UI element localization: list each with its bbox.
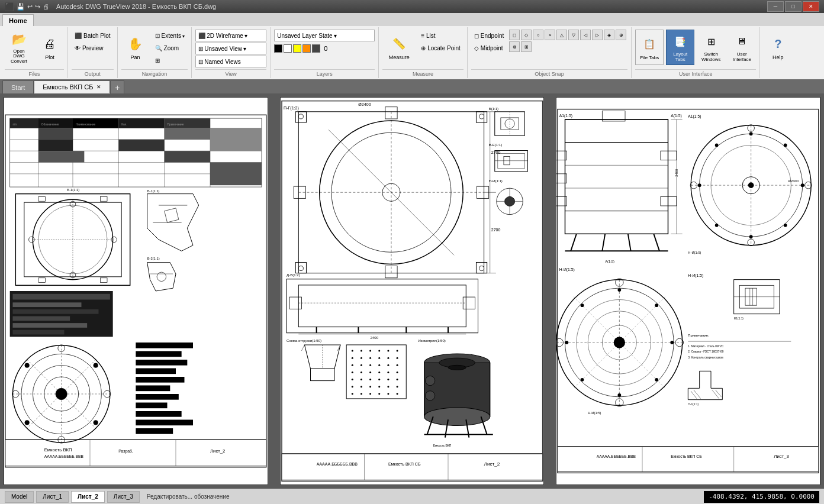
nav-extra-button[interactable]: ⊞ (152, 54, 188, 66)
snap-icon-1[interactable]: ◻ (509, 30, 520, 40)
snap-icon-6[interactable]: ▽ (568, 30, 579, 40)
doc-tab-close-icon[interactable]: ✕ (96, 84, 101, 90)
svg-rect-64 (13, 302, 82, 307)
svg-point-269 (784, 224, 787, 227)
snap-icon-4[interactable]: × (545, 30, 555, 40)
user-interface-button[interactable]: 🖥 UserInterface (728, 30, 756, 65)
svg-point-271 (715, 224, 719, 227)
close-button[interactable]: ✕ (803, 1, 819, 12)
svg-point-171 (396, 350, 398, 352)
plot-button[interactable]: 🖨 Plot (36, 30, 64, 65)
svg-rect-31 (38, 140, 73, 151)
midpoint-icon: ◇ (474, 45, 479, 51)
snap-icon-11[interactable]: ⊗ (509, 41, 520, 52)
doc-tab-start[interactable]: Start (2, 80, 34, 93)
status-tab-list3[interactable]: Лист_3 (107, 491, 140, 503)
snap-icon-7[interactable]: ◁ (580, 30, 591, 40)
measure-small-col: ≡ List ⊕ Locate Point (418, 30, 464, 54)
window-controls: ─ □ ✕ (767, 1, 819, 12)
svg-point-204 (369, 393, 371, 395)
svg-point-206 (387, 393, 389, 395)
snap-icon-9[interactable]: ◈ (604, 30, 614, 40)
quick-access-redo[interactable]: ↪ (35, 3, 40, 11)
layer-state-label: Unsaved Layer State (277, 33, 332, 39)
doc-tab-main[interactable]: Емкость ВКП СБ ✕ (34, 80, 110, 93)
midpoint-button[interactable]: ◇ Midpoint (471, 42, 507, 54)
measure-button[interactable]: 📏 Measure (382, 30, 416, 65)
snap-icon-12[interactable]: ⊞ (521, 41, 532, 52)
drawing-sheet-1: Емкость ВКП ААААА.ББББББ.ВВВ Разраб. Лис… (0, 93, 272, 489)
layout-tabs-button[interactable]: 📑 LayoutTabs (666, 30, 694, 65)
layer-state-dropdown[interactable]: Unsaved Layer State ▾ (274, 30, 375, 41)
svg-text:Б-1(1:1): Б-1(1:1) (67, 188, 79, 192)
svg-rect-63 (13, 294, 110, 300)
list-button[interactable]: ≡ List (418, 30, 464, 41)
color-swatch-white[interactable] (284, 44, 292, 53)
svg-point-82 (94, 363, 98, 368)
svg-text:Лист_2: Лист_2 (210, 448, 225, 454)
color-swatch-black[interactable] (274, 44, 282, 53)
maximize-button[interactable]: □ (785, 1, 802, 12)
snap-icon-2[interactable]: ◇ (521, 30, 532, 40)
view-type-label: 2D Wireframe (207, 33, 243, 39)
svg-text:Емкость ВКП СБ: Емкость ВКП СБ (671, 454, 703, 458)
svg-rect-86 (136, 343, 193, 348)
snap-icon-3[interactable]: ○ (533, 30, 543, 40)
nav-small-col: ⊡ Extents 🔍 Zoom ⊞ (152, 30, 188, 66)
named-views-dropdown[interactable]: ⊟ Named Views (195, 56, 266, 67)
svg-point-294 (655, 303, 659, 307)
endpoint-icon: ◻ (474, 33, 479, 39)
status-tab-list1[interactable]: Лист_1 (36, 491, 69, 503)
snap-icon-8[interactable]: ▷ (592, 30, 603, 40)
svg-text:Примечание: Примечание (168, 123, 184, 126)
color-swatch-dark[interactable] (312, 44, 320, 53)
zoom-realtime-button[interactable]: 🔍 Zoom (152, 42, 188, 54)
svg-text:2400: 2400 (370, 336, 378, 340)
svg-point-83 (25, 363, 30, 368)
svg-point-215 (425, 376, 434, 386)
color-swatch-yellow[interactable] (293, 44, 301, 53)
sheet-paper-3: ААААА.ББББББ.ВВВ Емкость ВКП СБ Лист_3 А… (556, 97, 820, 485)
quick-access-undo[interactable]: ↩ (27, 3, 33, 11)
help-button[interactable]: ? Help (764, 30, 792, 65)
pan-button[interactable]: ✋ Pan (121, 30, 150, 65)
svg-point-197 (360, 386, 362, 387)
svg-text:Б-1(1:1): Б-1(1:1) (147, 189, 160, 193)
color-swatch-orange[interactable] (302, 44, 311, 53)
extents-icon: ⊡ (155, 33, 160, 39)
status-tab-list2[interactable]: Лист_2 (71, 491, 105, 503)
tab-home[interactable]: Home (2, 14, 34, 26)
svg-point-200 (387, 386, 389, 387)
open-dwg-icon: 📂 (9, 30, 28, 48)
unsaved-view-dropdown[interactable]: ⊞ Unsaved View ▾ (195, 43, 266, 54)
switch-windows-button[interactable]: ⊞ SwitchWindows (697, 30, 725, 65)
quick-access-save[interactable]: 💾 (17, 3, 25, 11)
ui-group-content: 📋 File Tabs 📑 LayoutTabs ⊞ SwitchWindows… (635, 28, 756, 69)
file-tabs-button[interactable]: 📋 File Tabs (635, 30, 664, 65)
unsaved-view-label: Unsaved View (204, 46, 242, 52)
svg-text:ААААА.ББББББ.ВВВ: ААААА.ББББББ.ВВВ (316, 462, 358, 466)
open-dwg-button[interactable]: 📂 OpenDWGConvert (5, 30, 33, 65)
minimize-button[interactable]: ─ (767, 1, 784, 12)
svg-point-179 (360, 364, 362, 366)
svg-rect-68 (13, 330, 65, 335)
snap-icon-10[interactable]: ⊕ (616, 30, 626, 40)
add-doc-tab-button[interactable]: + (110, 80, 124, 93)
svg-point-266 (749, 132, 753, 135)
status-tab-model[interactable]: Model (5, 491, 34, 503)
snap-icon-5[interactable]: △ (556, 30, 567, 40)
svg-point-273 (715, 144, 719, 147)
view-type-dropdown[interactable]: ⬛ 2D Wireframe ▾ (195, 30, 266, 41)
preview-button[interactable]: 👁 Preview (72, 42, 114, 54)
unsaved-view-chevron: ▾ (243, 46, 246, 52)
svg-point-199 (378, 386, 380, 387)
svg-text:ААААА.ББББББ.ВВВ: ААААА.ББББББ.ВВВ (597, 454, 636, 458)
locate-point-button[interactable]: ⊕ Locate Point (418, 42, 464, 54)
view-type-chevron: ▾ (244, 33, 247, 39)
sheet-divider-1 (272, 93, 276, 489)
batch-plot-button[interactable]: ⬛ Batch Plot (72, 30, 114, 41)
extents-button[interactable]: ⊡ Extents (152, 30, 188, 41)
endpoint-button[interactable]: ◻ Endpoint (471, 30, 507, 41)
quick-access-print[interactable]: 🖨 (43, 3, 49, 10)
svg-text:Н-И(1:5): Н-И(1:5) (688, 273, 704, 278)
